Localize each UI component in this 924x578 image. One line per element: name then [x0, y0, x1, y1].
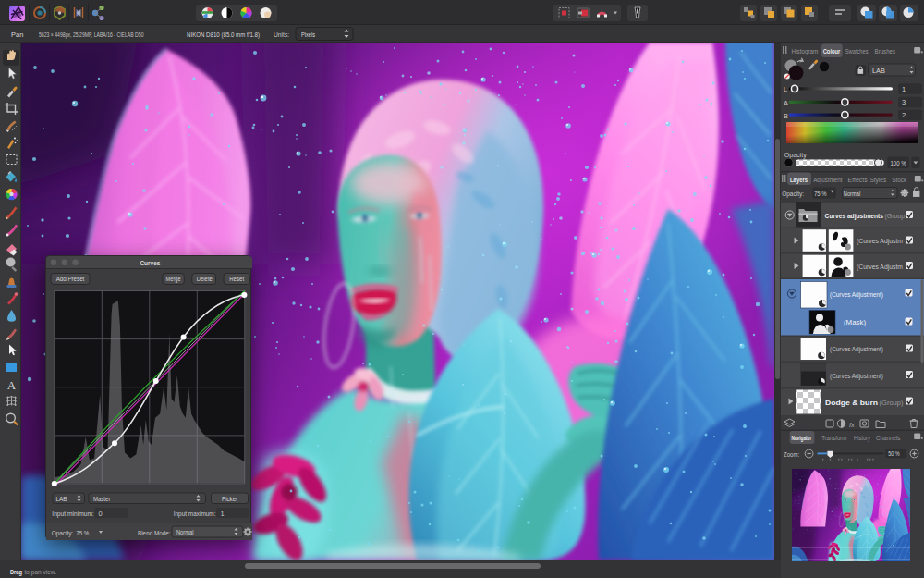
svg-text:(Curves Adjustment): (Curves Adjustment): [830, 345, 883, 353]
svg-text:LAB: LAB: [872, 67, 885, 75]
svg-text:Delete: Delete: [197, 275, 213, 283]
svg-text:Pan: Pan: [11, 31, 23, 39]
svg-text:Picker: Picker: [222, 495, 238, 503]
svg-text:(Group): (Group): [880, 399, 905, 407]
svg-text:Opacity: Opacity: [784, 151, 807, 159]
svg-text:B: B: [784, 112, 788, 120]
svg-text:Zoom:: Zoom:: [784, 450, 799, 459]
svg-text:Dodge & burn: Dodge & burn: [825, 399, 878, 407]
svg-text:50 %: 50 %: [888, 449, 900, 458]
svg-text:Opacity:: Opacity:: [52, 529, 73, 537]
svg-text:Curves: Curves: [140, 259, 160, 267]
svg-text:2: 2: [902, 111, 906, 119]
svg-text:75 %: 75 %: [76, 529, 89, 537]
svg-text:Opacity:: Opacity:: [782, 190, 804, 198]
svg-text:Colour: Colour: [823, 47, 841, 55]
svg-text:Add Preset: Add Preset: [56, 275, 85, 283]
svg-text:Reset: Reset: [229, 275, 245, 283]
svg-text:History: History: [854, 434, 870, 442]
svg-text:Input maximum:: Input maximum:: [174, 510, 216, 518]
svg-text:1: 1: [221, 510, 225, 518]
svg-text:LAB: LAB: [56, 495, 67, 503]
svg-text:Drag: Drag: [10, 568, 22, 576]
svg-text:Curves adjustments: Curves adjustments: [825, 212, 883, 220]
svg-text:(Curves Adjustm: (Curves Adjustm: [857, 237, 903, 245]
svg-text:Pixels: Pixels: [301, 31, 315, 39]
svg-text:(Mask): (Mask): [844, 318, 867, 326]
svg-text:Master: Master: [93, 495, 111, 503]
svg-text:(Curves Adjustment): (Curves Adjustment): [830, 290, 883, 299]
svg-text:Merge: Merge: [166, 275, 181, 283]
svg-text:(Curves Adjustment): (Curves Adjustment): [830, 372, 883, 380]
svg-text:3: 3: [902, 98, 906, 106]
svg-text:Channels: Channels: [876, 434, 901, 442]
svg-text:Swatches: Swatches: [845, 47, 869, 55]
svg-text:L: L: [784, 85, 787, 93]
svg-text:Brushes: Brushes: [875, 47, 896, 55]
svg-text:Normal: Normal: [844, 190, 861, 198]
svg-text:Styles: Styles: [869, 176, 886, 184]
svg-text:75 %: 75 %: [814, 190, 827, 198]
svg-text:NIKON D810 (85.0 mm f/1.8): NIKON D810 (85.0 mm f/1.8): [187, 31, 260, 39]
svg-text:to pan view.: to pan view.: [25, 568, 57, 576]
svg-text:(Group: (Group: [885, 212, 906, 220]
svg-text:Adjustment: Adjustment: [813, 176, 843, 184]
svg-text:Input minimum:: Input minimum:: [52, 510, 94, 518]
svg-text:5623 × 4498px, 25.29MP, LABA/1: 5623 × 4498px, 25.29MP, LABA/16 - CIELAB…: [39, 31, 144, 39]
svg-text:Layers: Layers: [790, 176, 808, 184]
svg-text:Effects: Effects: [848, 176, 868, 184]
svg-text:Navigator: Navigator: [792, 434, 812, 442]
svg-text:fx: fx: [849, 421, 855, 429]
svg-text:(Curves Adjustm: (Curves Adjustm: [857, 263, 903, 271]
svg-text:100 %: 100 %: [891, 159, 906, 167]
svg-text:1: 1: [902, 85, 906, 93]
svg-text:Histogram: Histogram: [792, 47, 819, 55]
svg-text:Transform: Transform: [821, 434, 846, 442]
svg-text:0: 0: [99, 510, 103, 518]
svg-text:A: A: [7, 378, 17, 392]
svg-text:A: A: [784, 99, 788, 107]
svg-text:Units:: Units:: [274, 31, 289, 39]
svg-text:Normal: Normal: [176, 528, 194, 536]
svg-text:Stock: Stock: [892, 176, 906, 184]
svg-text:Blend Mode:: Blend Mode:: [138, 529, 171, 537]
